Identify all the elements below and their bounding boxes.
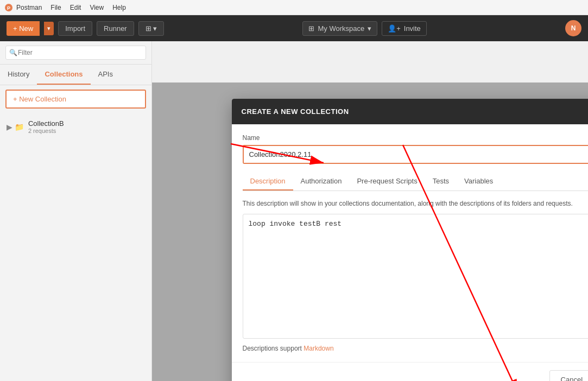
sidebar-list: ▶ 📁 CollectionB 2 requests bbox=[0, 113, 151, 141]
workspace-arrow-icon: ▾ bbox=[368, 24, 371, 33]
modal-tab-variables[interactable]: Variables bbox=[457, 173, 501, 190]
toolbar-center: ⊞ My Workspace ▾ 👤+ Invite bbox=[168, 21, 561, 36]
modal-backdrop: CREATE A NEW COLLECTION ✕ Name Descripti… bbox=[152, 82, 588, 381]
menu-bar: File Edit View Help bbox=[50, 4, 126, 11]
modal-header: CREATE A NEW COLLECTION ✕ bbox=[232, 99, 589, 124]
menu-help[interactable]: Help bbox=[112, 4, 126, 11]
menu-view[interactable]: View bbox=[90, 4, 104, 11]
app-title: Postman bbox=[16, 4, 42, 11]
markdown-note: Descriptions support Markdown bbox=[243, 345, 589, 352]
workspace-icon: ⊞ bbox=[308, 24, 314, 33]
collection-name: CollectionB bbox=[28, 119, 64, 128]
new-collection-label: + New Collection bbox=[13, 95, 66, 103]
modal-tab-description[interactable]: Description bbox=[243, 173, 293, 190]
modal-tabs: Description Authorization Pre-request Sc… bbox=[243, 173, 589, 191]
import-button[interactable]: Import bbox=[58, 21, 92, 36]
app-icon: P bbox=[4, 3, 13, 12]
search-input[interactable] bbox=[5, 46, 146, 60]
collection-name-input[interactable] bbox=[244, 146, 589, 163]
markdown-link[interactable]: Markdown bbox=[304, 345, 333, 352]
modal-title: CREATE A NEW COLLECTION bbox=[242, 107, 349, 116]
search-icon: 🔍 bbox=[9, 49, 17, 56]
list-item[interactable]: ▶ 📁 CollectionB 2 requests bbox=[0, 115, 151, 138]
description-textarea[interactable]: loop invoke testB rest bbox=[243, 214, 589, 339]
workspace-button[interactable]: ⊞ My Workspace ▾ bbox=[302, 21, 377, 36]
layout-button[interactable]: ⊞ ▾ bbox=[138, 21, 165, 36]
modal-tab-tests[interactable]: Tests bbox=[425, 173, 457, 190]
new-button[interactable]: + New bbox=[7, 21, 40, 36]
modal-footer: Cancel Create bbox=[232, 362, 589, 381]
tab-history[interactable]: History bbox=[0, 65, 37, 85]
main-layout: 🔍 History Collections APIs + New Collect… bbox=[0, 41, 588, 381]
name-input-wrap bbox=[243, 145, 589, 164]
new-collection-button[interactable]: + New Collection bbox=[5, 90, 146, 109]
title-bar: P Postman File Edit View Help bbox=[0, 0, 588, 15]
runner-button[interactable]: Runner bbox=[97, 21, 134, 36]
menu-file[interactable]: File bbox=[50, 4, 61, 11]
modal-tab-prerequest[interactable]: Pre-request Scripts bbox=[349, 173, 425, 190]
folder-icon: ▶ 📁 bbox=[7, 123, 24, 131]
svg-text:P: P bbox=[7, 5, 10, 11]
invite-label: Invite bbox=[404, 24, 421, 33]
collection-info: CollectionB 2 requests bbox=[28, 119, 64, 134]
description-hint: This description will show in your colle… bbox=[243, 199, 589, 208]
menu-edit[interactable]: Edit bbox=[70, 4, 81, 11]
toolbar: + New ▾ Import Runner ⊞ ▾ ⊞ My Workspace… bbox=[0, 15, 588, 41]
search-wrap: 🔍 bbox=[5, 46, 146, 60]
content-area: CREATE A NEW COLLECTION ✕ Name Descripti… bbox=[152, 41, 588, 381]
tab-collections[interactable]: Collections bbox=[37, 65, 90, 85]
new-dropdown-arrow[interactable]: ▾ bbox=[44, 22, 54, 35]
avatar[interactable]: N bbox=[565, 20, 581, 36]
invite-icon: 👤+ bbox=[388, 24, 401, 33]
workspace-label: My Workspace bbox=[318, 24, 364, 33]
invite-button[interactable]: 👤+ Invite bbox=[382, 21, 427, 36]
sidebar-search-area: 🔍 bbox=[0, 41, 151, 65]
create-collection-modal: CREATE A NEW COLLECTION ✕ Name Descripti… bbox=[232, 99, 589, 381]
cancel-button[interactable]: Cancel bbox=[549, 370, 588, 381]
sidebar-tabs: History Collections APIs bbox=[0, 65, 151, 85]
modal-tab-authorization[interactable]: Authorization bbox=[293, 173, 350, 190]
name-label: Name bbox=[243, 134, 589, 142]
collection-requests: 2 requests bbox=[28, 128, 64, 134]
tab-apis[interactable]: APIs bbox=[91, 65, 121, 85]
modal-body: Name Description Authorization Pre-reque… bbox=[232, 124, 589, 362]
sidebar: 🔍 History Collections APIs + New Collect… bbox=[0, 41, 152, 381]
